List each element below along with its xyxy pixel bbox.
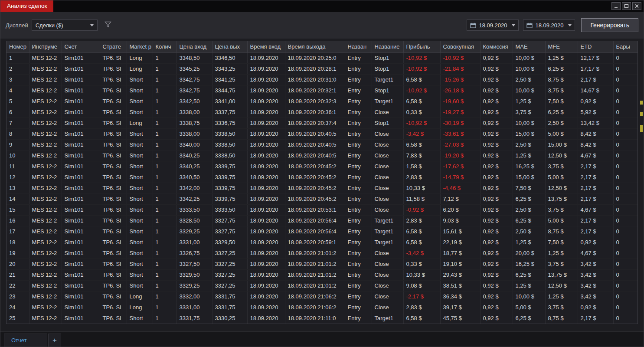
column-header[interactable]: Назван: [345, 41, 372, 52]
table-cell: MES 12-2: [29, 259, 62, 269]
column-header[interactable]: Бары: [613, 41, 638, 52]
table-cell: Target1: [372, 237, 403, 248]
column-header[interactable]: Инструме: [29, 41, 62, 52]
table-cell: 5,92 $: [578, 107, 613, 118]
table-row[interactable]: 15MES 12-2Sim101TP6. SlShort13333,503333…: [7, 204, 638, 215]
filter-button[interactable]: [104, 20, 112, 30]
table-row[interactable]: 18MES 12-2Sim101TP6. SlShort13331,003329…: [7, 237, 638, 248]
table-cell: Sim101: [62, 128, 100, 139]
table-cell: 15: [7, 204, 29, 215]
table-row[interactable]: 20MES 12-2Sim101TP6. SlShort13327,503327…: [7, 259, 638, 269]
table-cell: Entry: [345, 52, 372, 63]
table-cell: 7: [7, 118, 29, 128]
table-row[interactable]: 25MES 12-2Sim101TP6. SlShort13331,753330…: [7, 313, 638, 324]
table-row[interactable]: 19MES 12-2Sim101TP6. SlShort13326,753327…: [7, 248, 638, 259]
table-cell: Sim101: [62, 248, 100, 259]
table-row[interactable]: 9MES 12-2Sim101TP6. SlShort13340,003338,…: [7, 139, 638, 150]
table-row[interactable]: 7MES 12-2Sim101TP6. SlLong13338,753336,7…: [7, 118, 638, 128]
table-cell: 18.09.2020 20:40:5: [285, 150, 345, 161]
table-cell: 3331,00: [177, 302, 212, 313]
table-row[interactable]: 2MES 12-2Sim101TP6. SlLong13345,253343,2…: [7, 63, 638, 74]
column-header[interactable]: Market p: [127, 41, 153, 52]
table-row[interactable]: 10MES 12-2Sim101TP6. SlShort13340,253338…: [7, 150, 638, 161]
table-cell: TP6. Sl: [100, 161, 127, 172]
table-cell: 3327,25: [212, 280, 247, 291]
table-cell: 12,17 $: [578, 52, 613, 63]
table-cell: 4: [7, 85, 29, 96]
table-cell: 10,00 $: [513, 85, 545, 96]
column-header[interactable]: Совокупная: [440, 41, 480, 52]
table-row[interactable]: 16MES 12-2Sim101TP6. SlShort13328,503327…: [7, 215, 638, 226]
table-row[interactable]: 6MES 12-2Sim101TP6. SlShort13338,003337,…: [7, 107, 638, 118]
column-header[interactable]: Колич: [153, 41, 177, 52]
table-row[interactable]: 23MES 12-2Sim101TP6. SlLong13332,003331,…: [7, 291, 638, 302]
table-row[interactable]: 22MES 12-2Sim101TP6. SlShort13329,253327…: [7, 280, 638, 291]
column-header[interactable]: Номер: [7, 41, 29, 52]
table-cell: -15,26 $: [440, 74, 480, 85]
table-row[interactable]: 13MES 12-2Sim101TP6. SlShort13342,003339…: [7, 183, 638, 193]
table-cell: 0: [613, 269, 638, 280]
table-cell: 0,92 $: [480, 150, 513, 161]
table-cell: -0,92 $: [403, 204, 440, 215]
column-header[interactable]: Комиссия: [480, 41, 513, 52]
table-cell: 18.09.2020 20:28:1: [285, 63, 345, 74]
table-row[interactable]: 4MES 12-2Sim101TP6. SlShort13342,753344,…: [7, 85, 638, 96]
content-area: НомерИнструмеСчетСтратеMarket pКоличЦена…: [0, 39, 644, 331]
generate-button[interactable]: Генерировать: [581, 18, 638, 32]
table-cell: 3342,75: [177, 74, 212, 85]
table-row[interactable]: 14MES 12-2Sim101TP6. SlShort13342,253339…: [7, 193, 638, 204]
column-header[interactable]: Время вход: [247, 41, 285, 52]
minimize-button[interactable]: [611, 2, 621, 10]
table-row[interactable]: 12MES 12-2Sim101TP6. SlShort13340,503339…: [7, 172, 638, 183]
table-cell: MES 12-2: [29, 204, 62, 215]
table-cell: MES 12-2: [29, 280, 62, 291]
table-cell: Entry: [345, 259, 372, 269]
table-cell: -10,92 $: [403, 85, 440, 96]
column-header[interactable]: Счет: [62, 41, 100, 52]
table-cell: 18.09.2020: [247, 183, 285, 193]
date-from-picker[interactable]: 18.09.2020: [467, 20, 519, 31]
table-cell: TP6. Sl: [100, 269, 127, 280]
table-cell: 5,00 $: [545, 172, 578, 183]
table-cell: TP6. Sl: [100, 139, 127, 150]
table-row[interactable]: 17MES 12-2Sim101TP6. SlShort13329,253327…: [7, 226, 638, 237]
table-cell: 18.09.2020: [247, 269, 285, 280]
table-cell: Entry: [345, 96, 372, 107]
column-header[interactable]: MAE: [513, 41, 545, 52]
table-cell: Sim101: [62, 118, 100, 128]
table-cell: Close: [372, 193, 403, 204]
table-cell: Stop1: [372, 118, 403, 128]
table-row[interactable]: 3MES 12-2Sim101TP6. SlShort13342,753341,…: [7, 74, 638, 85]
maximize-button[interactable]: [622, 2, 631, 10]
column-header[interactable]: Время выхода: [285, 41, 345, 52]
add-tab-button[interactable]: +: [48, 334, 61, 347]
table-cell: 0,92 $: [480, 96, 513, 107]
column-header[interactable]: MFE: [545, 41, 578, 52]
column-header[interactable]: Страте: [100, 41, 127, 52]
column-header[interactable]: Цена вых: [212, 41, 247, 52]
column-header[interactable]: ETD: [578, 41, 613, 52]
table-cell: 9: [7, 139, 29, 150]
table-row[interactable]: 1MES 12-2Sim101TP6. SlLong13348,503346,5…: [7, 52, 638, 63]
table-cell: 2: [7, 63, 29, 74]
table-cell: 8,75 $: [545, 74, 578, 85]
close-button[interactable]: [632, 2, 641, 10]
table-cell: 0,92 $: [480, 193, 513, 204]
table-cell: -3,42 $: [403, 128, 440, 139]
display-select[interactable]: Сделки ($): [32, 20, 98, 31]
table-cell: 14,67 $: [578, 85, 613, 96]
table-cell: 3336,75: [212, 118, 247, 128]
table-row[interactable]: 8MES 12-2Sim101TP6. SlShort13338,003338,…: [7, 128, 638, 139]
column-header[interactable]: Цена вход: [177, 41, 212, 52]
table-cell: 22: [7, 280, 29, 291]
tab-report[interactable]: Отчет: [4, 334, 47, 347]
table-row[interactable]: 11MES 12-2Sim101TP6. SlShort13340,253339…: [7, 161, 638, 172]
date-to-picker[interactable]: 18.09.2020: [523, 20, 575, 31]
table-row[interactable]: 21MES 12-2Sim101TP6. SlShort13329,503327…: [7, 269, 638, 280]
table-cell: 3338,50: [212, 139, 247, 150]
column-header[interactable]: Прибыль: [403, 41, 440, 52]
table-row[interactable]: 24MES 12-2Sim101TP6. SlLong13331,003331,…: [7, 302, 638, 313]
column-header[interactable]: Название: [372, 41, 403, 52]
table-cell: 3340,00: [177, 139, 212, 150]
table-row[interactable]: 5MES 12-2Sim101TP6. SlShort13342,503341,…: [7, 96, 638, 107]
